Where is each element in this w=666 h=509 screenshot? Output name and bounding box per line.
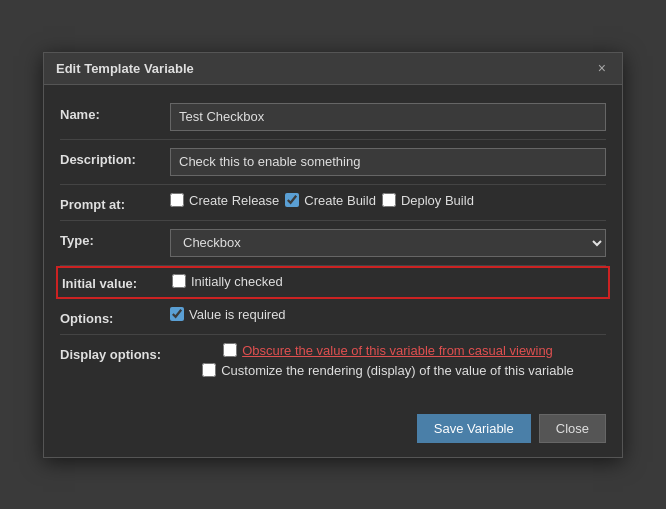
dialog-close-button[interactable]: ×	[594, 61, 610, 75]
deploy-build-checkbox[interactable]	[382, 193, 396, 207]
description-control	[170, 148, 606, 176]
name-label: Name:	[60, 103, 170, 122]
options-row: Options: Value is required	[60, 299, 606, 335]
obscure-value-label[interactable]: Obscure the value of this variable from …	[223, 343, 553, 358]
create-build-text: Create Build	[304, 193, 376, 208]
display-options-label: Display options:	[60, 343, 170, 362]
type-control: Checkbox Text Number Boolean	[170, 229, 606, 257]
prompt-at-control: Create Release Create Build Deploy Build	[170, 193, 606, 208]
obscure-value-checkbox[interactable]	[223, 343, 237, 357]
create-build-label[interactable]: Create Build	[285, 193, 376, 208]
initially-checked-label[interactable]: Initially checked	[172, 274, 283, 289]
name-row: Name:	[60, 95, 606, 140]
display-options-control: Obscure the value of this variable from …	[170, 343, 606, 378]
type-select[interactable]: Checkbox Text Number Boolean	[170, 229, 606, 257]
customize-rendering-label[interactable]: Customize the rendering (display) of the…	[202, 363, 574, 378]
description-row: Description:	[60, 140, 606, 185]
options-control: Value is required	[170, 307, 606, 322]
name-input[interactable]	[170, 103, 606, 131]
value-required-text: Value is required	[189, 307, 286, 322]
dialog-title: Edit Template Variable	[56, 61, 194, 76]
type-row: Type: Checkbox Text Number Boolean	[60, 221, 606, 266]
customize-rendering-checkbox[interactable]	[202, 363, 216, 377]
dialog-body: Name: Description: Prompt at: Create Rel…	[44, 85, 622, 400]
deploy-build-label[interactable]: Deploy Build	[382, 193, 474, 208]
edit-template-variable-dialog: Edit Template Variable × Name: Descripti…	[43, 52, 623, 458]
name-control	[170, 103, 606, 131]
description-input[interactable]	[170, 148, 606, 176]
create-release-label[interactable]: Create Release	[170, 193, 279, 208]
create-build-checkbox[interactable]	[285, 193, 299, 207]
prompt-at-row: Prompt at: Create Release Create Build D…	[60, 185, 606, 221]
initially-checked-text: Initially checked	[191, 274, 283, 289]
initial-value-label: Initial value:	[62, 274, 172, 291]
display-options-row: Display options: Obscure the value of th…	[60, 335, 606, 386]
options-label: Options:	[60, 307, 170, 326]
save-variable-button[interactable]: Save Variable	[417, 414, 531, 443]
value-required-checkbox[interactable]	[170, 307, 184, 321]
initial-value-control: Initially checked	[172, 274, 604, 289]
value-required-label[interactable]: Value is required	[170, 307, 286, 322]
initial-value-row: Initial value: Initially checked	[56, 266, 610, 299]
dialog-footer: Save Variable Close	[44, 404, 622, 457]
deploy-build-text: Deploy Build	[401, 193, 474, 208]
create-release-text: Create Release	[189, 193, 279, 208]
prompt-at-label: Prompt at:	[60, 193, 170, 212]
description-label: Description:	[60, 148, 170, 167]
initially-checked-checkbox[interactable]	[172, 274, 186, 288]
type-label: Type:	[60, 229, 170, 248]
close-button[interactable]: Close	[539, 414, 606, 443]
create-release-checkbox[interactable]	[170, 193, 184, 207]
obscure-value-text: Obscure the value of this variable from …	[242, 343, 553, 358]
dialog-titlebar: Edit Template Variable ×	[44, 53, 622, 85]
customize-rendering-text: Customize the rendering (display) of the…	[221, 363, 574, 378]
